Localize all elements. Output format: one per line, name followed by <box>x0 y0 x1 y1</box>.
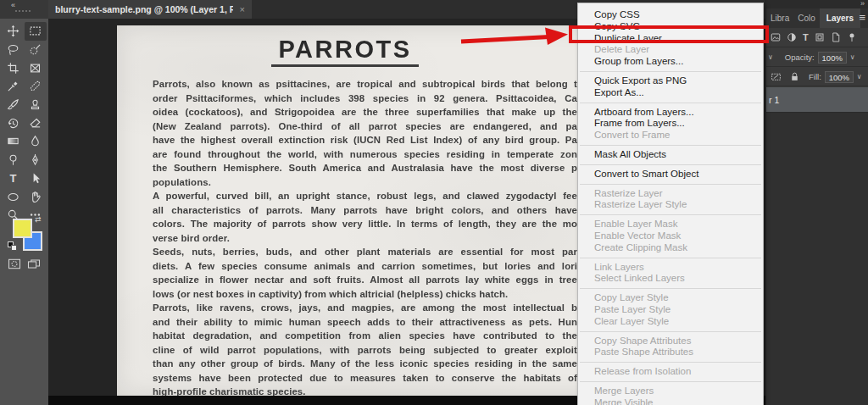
eraser-tool[interactable] <box>25 114 47 132</box>
text-line: A powerful, curved bill, an upright stan… <box>153 189 577 203</box>
panel-empty-area <box>766 113 868 405</box>
blend-mode-chevron-icon[interactable]: ∨ <box>768 53 773 61</box>
menu-item-select-linked-layers: Select Linked Layers <box>578 273 763 285</box>
screen-mode-button[interactable] <box>27 258 41 273</box>
menu-separator <box>580 164 761 165</box>
quick-mask-button[interactable] <box>8 258 21 273</box>
menu-separator <box>580 362 761 363</box>
menu-separator <box>580 381 761 382</box>
menu-item-paste-layer-style: Paste Layer Style <box>578 304 763 316</box>
type-tool-glyph: T <box>10 173 17 184</box>
menu-item-merge-visible: Merge Visible <box>578 397 763 405</box>
pen-tool[interactable] <box>25 151 47 169</box>
tab-close-icon[interactable]: × <box>240 4 245 14</box>
opacity-chevron-icon[interactable]: ∨ <box>850 53 855 61</box>
swap-colors-icon[interactable]: ⇄ <box>35 215 42 224</box>
lock-position-icon[interactable] <box>771 71 782 82</box>
opacity-label: Opacity: <box>785 53 815 62</box>
menu-separator <box>580 184 761 185</box>
menu-item-enable-layer-mask: Enable Layer Mask <box>578 219 763 230</box>
text-line: have the highest overall extinction risk… <box>153 133 577 147</box>
text-line: and their ability to mimic human speech … <box>153 315 577 330</box>
text-line: are found throughout the world, with num… <box>153 147 577 162</box>
move-tool[interactable] <box>3 22 25 41</box>
menu-separator <box>580 145 761 146</box>
fill-value[interactable]: 100% <box>825 71 854 83</box>
menu-item-enable-vector-mask: Enable Vector Mask <box>578 230 763 242</box>
eyedropper-tool[interactable] <box>3 77 25 96</box>
foreground-color-swatch[interactable] <box>13 219 32 238</box>
panel-tabs: Libra Colo Layers <box>766 8 868 28</box>
adjustment-layer-filter-icon[interactable] <box>787 32 797 42</box>
tab-color[interactable]: Colo <box>793 8 820 28</box>
toolbar-header: « <box>0 0 48 19</box>
pixel-layer-filter-icon[interactable] <box>771 32 781 42</box>
menu-item-paste-shape-attributes: Paste Shape Attributes <box>578 347 763 358</box>
text-line: oidea (cockatoos), and Strigopoidea are … <box>153 105 577 119</box>
pin-filter-icon[interactable] <box>847 32 857 42</box>
lock-all-icon[interactable] <box>789 71 800 82</box>
text-line: cline of wild parrot populations, with p… <box>153 343 577 358</box>
menu-item-copy-layer-style: Copy Layer Style <box>578 292 763 304</box>
gradient-tool[interactable] <box>3 132 25 151</box>
frame-tool[interactable] <box>25 58 47 77</box>
collapse-toolbar-icon[interactable]: « <box>11 1 16 9</box>
menu-separator <box>580 258 761 258</box>
hand-tool[interactable] <box>25 187 47 206</box>
brush-tool[interactable] <box>3 96 25 114</box>
type-layer-filter-icon[interactable]: T <box>803 32 809 42</box>
fill-chevron-icon[interactable]: ∨ <box>857 73 862 80</box>
tab-layers[interactable]: Layers <box>820 8 860 28</box>
menu-item-delete-layer: Delete Layer <box>578 44 763 56</box>
menu-item-link-layers: Link Layers <box>578 262 763 274</box>
layer-row-selected[interactable]: r 1 <box>766 87 868 113</box>
quick-selection-tool[interactable] <box>25 41 47 59</box>
lasso-tool[interactable] <box>3 41 25 59</box>
text-line: order Psittaciformes, which includes 398… <box>153 92 577 106</box>
menu-item-quick-export-png[interactable]: Quick Export as PNG <box>578 75 763 87</box>
layer-context-menu: Copy CSS Copy SVG Duplicate Layer... Del… <box>577 3 764 405</box>
menu-item-artboard-from-layers[interactable]: Artboard from Layers... <box>578 107 763 119</box>
document-title: PARROTS <box>271 36 418 67</box>
collapse-panels-icon[interactable]: » <box>860 0 865 8</box>
menu-item-clear-layer-style: Clear Layer Style <box>578 316 763 328</box>
type-tool[interactable]: T <box>3 169 25 188</box>
rectangular-marquee-tool[interactable] <box>25 22 47 41</box>
smart-object-filter-icon[interactable] <box>831 32 841 42</box>
menu-separator <box>580 103 761 103</box>
history-brush-tool[interactable] <box>3 114 25 132</box>
blur-tool[interactable] <box>25 132 47 151</box>
dodge-tool[interactable] <box>3 151 25 169</box>
menu-item-merge-layers: Merge Layers <box>578 386 763 397</box>
menu-separator <box>580 288 761 289</box>
menu-item-convert-to-frame: Convert to Frame <box>578 130 763 141</box>
menu-item-release-from-isolation: Release from Isolation <box>578 366 763 378</box>
text-line: verse bird order. <box>153 231 577 246</box>
layer-filter-row: T <box>766 28 868 47</box>
document-body-text: Parrots, also known as psittacines, are … <box>153 77 577 396</box>
clone-stamp-tool[interactable] <box>25 96 47 114</box>
tab-libraries[interactable]: Libra <box>766 8 793 28</box>
menu-item-group-from-layers[interactable]: Group from Layers... <box>578 56 763 68</box>
text-line: colors. The majority of parrots show ver… <box>153 217 577 231</box>
tools-panel: T ⇄ <box>0 19 48 405</box>
menu-item-frame-from-layers[interactable]: Frame from Layers... <box>578 118 763 130</box>
healing-brush-tool[interactable] <box>25 77 47 96</box>
toolbar-grabber[interactable] <box>15 10 31 12</box>
document-image: PARROTS Parrots, also known as psittacin… <box>117 25 636 396</box>
menu-separator <box>580 214 761 215</box>
opacity-value[interactable]: 100% <box>818 52 847 64</box>
shape-layer-filter-icon[interactable] <box>815 32 825 42</box>
menu-item-copy-css[interactable]: Copy CSS <box>578 9 763 21</box>
menu-item-mask-all-objects[interactable]: Mask All Objects <box>578 149 763 161</box>
menu-item-export-as[interactable]: Export As... <box>578 87 763 99</box>
text-line: high-profile charismatic species. <box>153 385 577 396</box>
crop-tool[interactable] <box>3 58 25 77</box>
ellipse-shape-tool[interactable] <box>3 187 25 206</box>
text-line: specialize in flower nectar and soft fru… <box>153 273 577 287</box>
panel-menu-icon[interactable]: ≡ <box>859 12 865 23</box>
document-tab[interactable]: blurry-text-sample.png @ 100% (Layer 1, … <box>48 0 252 19</box>
menu-item-convert-to-smart-object[interactable]: Convert to Smart Object <box>578 169 763 180</box>
annotation-highlight-box <box>569 25 769 43</box>
path-selection-tool[interactable] <box>25 169 47 188</box>
